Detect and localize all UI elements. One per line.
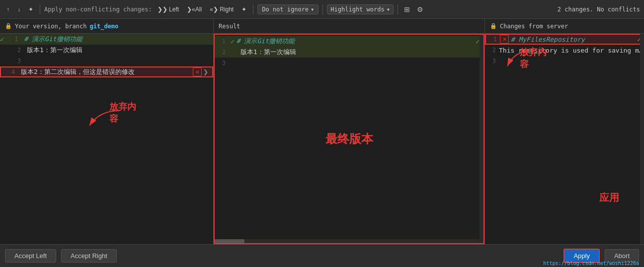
magic-icon: ✦: [28, 6, 33, 13]
center-hscrollbar[interactable]: [215, 239, 483, 243]
left-line-3: 3: [0, 56, 213, 67]
center-line-1-check: ✓: [231, 38, 235, 45]
apply-all-btn[interactable]: ❯«All: [184, 5, 204, 14]
center-title: Result: [219, 23, 240, 30]
accept-left-btn[interactable]: Accept Left: [5, 249, 56, 263]
chevron-down-icon: ▾: [311, 6, 314, 13]
divider-2: [253, 4, 253, 14]
bottom-bar: Accept Left Accept Right Apply Abort htt…: [0, 244, 644, 267]
left-accept-btn[interactable]: ❯: [203, 68, 208, 75]
center-line-2: 2 版本1：第一次编辑: [215, 47, 483, 58]
left-line-2: 2 版本1：第一次编辑: [0, 45, 213, 56]
wand-btn[interactable]: ✦: [239, 5, 249, 14]
ignore-dropdown[interactable]: Do not ignore ▾: [257, 4, 319, 14]
right-apply-label: 应用: [599, 191, 619, 204]
settings-icon: ⚙: [417, 5, 423, 13]
center-content: 1 ✓ # 演示Git撤销功能 ✓ 2 版本1：第一次编辑 3 最终版本: [214, 34, 484, 244]
right-gutter[interactable]: [640, 34, 644, 244]
right-line-3-num: 3: [485, 58, 499, 65]
sort-asc-icon: ↑: [6, 6, 9, 13]
status-url: https://blog.csdn.net/woshi1226a: [543, 261, 639, 266]
branch-name: git_demo: [90, 23, 119, 30]
left-line-1: ✓ 1 # 演示Git撤销功能: [0, 34, 213, 45]
left-line-4-content: 版本2：第二次编辑，但这是错误的修改: [19, 67, 193, 76]
accept-right-btn[interactable]: Accept Right: [61, 249, 117, 263]
left-line-1-check: ✓: [0, 35, 4, 43]
apply-left-btn[interactable]: ❯❯ Left: [155, 5, 181, 14]
center-line-1-num: 1: [215, 38, 229, 45]
center-lines: 1 ✓ # 演示Git撤销功能 ✓ 2 版本1：第一次编辑 3: [215, 35, 483, 68]
center-line-2-content: 版本1：第一次编辑: [229, 48, 483, 57]
left-reject-btn[interactable]: ✕: [193, 67, 202, 76]
right-reject-btn[interactable]: ✕: [500, 35, 509, 44]
left-line-1-num: 1: [6, 36, 22, 43]
right-header: 🔒 Changes from server: [485, 19, 644, 34]
right-lock-icon: 🔒: [490, 23, 497, 29]
right-line-1: 1 ✕ # MyFilesRepository ✓: [485, 34, 644, 45]
main-content: 🔒 Your version, branch git_demo ✓ 1 # 演示…: [0, 19, 644, 244]
highlight-dropdown[interactable]: Highlight words ▾: [327, 4, 394, 14]
left-line-2-content: 版本1：第一次编辑: [25, 46, 213, 55]
apply-label: Apply non-conflicting changes:: [44, 6, 152, 13]
toolbar: ↑ ↓ ✦ Apply non-conflicting changes: ❯❯ …: [0, 0, 644, 19]
center-line-3-num: 3: [215, 60, 229, 67]
center-line-1: 1 ✓ # 演示Git撤销功能 ✓: [215, 36, 483, 47]
center-gutter[interactable]: [480, 35, 483, 243]
sort-asc-btn[interactable]: ↑: [4, 5, 12, 14]
center-panel: Result 1 ✓ # 演示Git撤销功能 ✓ 2 版本1：第一次编辑 3: [214, 19, 485, 244]
left-annotation: 放弃内容: [109, 101, 139, 125]
right-line-2: 2 This repository is used for saving my …: [485, 45, 644, 56]
columns-icon: ⊞: [404, 5, 410, 13]
right-lines: 1 ✕ # MyFilesRepository ✓ 2 This reposit…: [485, 34, 644, 67]
right-line-3: 3: [485, 56, 644, 67]
right-line-1-num: 1: [486, 36, 500, 43]
lock-icon: 🔒: [5, 23, 12, 29]
left-code-lines: ✓ 1 # 演示Git撤销功能 2 版本1：第一次编辑 3 4 版本2：第二次编…: [0, 34, 213, 77]
left-line-4-controls: ✕ ❯: [193, 67, 208, 76]
right-content: 1 ✕ # MyFilesRepository ✓ 2 This reposit…: [485, 34, 644, 244]
divider-3: [322, 4, 323, 14]
left-panel-content: ✓ 1 # 演示Git撤销功能 2 版本1：第一次编辑 3 4 版本2：第二次编…: [0, 34, 213, 244]
sort-desc-icon: ↓: [17, 6, 20, 13]
left-line-1-content: # 演示Git撤销功能: [22, 35, 213, 44]
divider-4: [398, 4, 398, 14]
divider-1: [40, 4, 40, 14]
left-line-3-num: 3: [9, 58, 25, 65]
right-line-2-num: 2: [485, 47, 499, 54]
left-panel: 🔒 Your version, branch git_demo ✓ 1 # 演示…: [0, 19, 214, 244]
settings-btn[interactable]: ⚙: [415, 4, 425, 14]
right-line-2-content: This repository is used for saving my f:: [499, 47, 644, 54]
left-panel-title: Your version, branch: [15, 23, 87, 30]
left-line-4-num: 4: [3, 68, 19, 75]
center-line-3: 3: [215, 58, 483, 68]
right-title: Changes from server: [500, 23, 568, 30]
wand-icon: ✦: [242, 6, 246, 13]
changes-info: 2 changes. No conflicts: [558, 6, 640, 13]
magic-btn[interactable]: ✦: [26, 5, 36, 14]
left-line-2-num: 2: [9, 47, 25, 54]
center-annotation: 最终版本: [325, 131, 373, 147]
apply-right-btn[interactable]: «❯ Right: [207, 5, 236, 14]
left-panel-header: 🔒 Your version, branch git_demo: [0, 19, 213, 34]
center-header: Result: [214, 19, 484, 34]
chevron-down-icon-2: ▾: [387, 6, 390, 13]
center-line-1-content: # 演示Git撤销功能: [237, 37, 476, 46]
columns-btn[interactable]: ⊞: [402, 4, 412, 14]
sort-desc-btn[interactable]: ↓: [15, 5, 23, 14]
right-line-1-content: # MyFilesRepository: [511, 36, 635, 43]
center-line-2-num: 2: [215, 49, 229, 56]
right-panel: 🔒 Changes from server 1 ✕ # MyFilesRepos…: [485, 19, 644, 244]
left-arrow-svg: [80, 106, 139, 135]
center-hscrollbar-thumb: [215, 239, 244, 243]
left-line-4: 4 版本2：第二次编辑，但这是错误的修改 ✕ ❯: [0, 67, 213, 77]
center-line-1-end-check: ✓: [476, 38, 480, 45]
